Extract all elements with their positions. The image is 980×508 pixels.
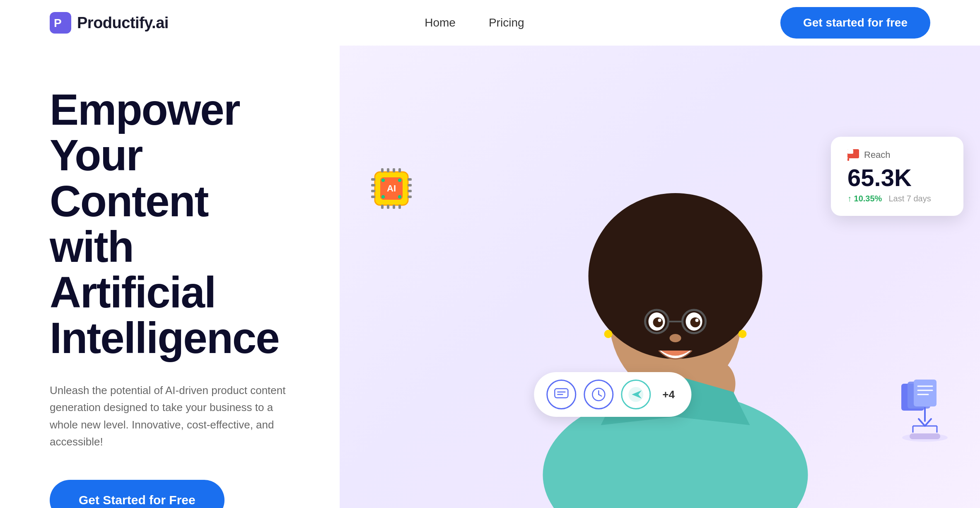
icon-bubble-1 [546,380,576,409]
svg-rect-19 [408,190,412,192]
svg-point-38 [670,334,681,342]
svg-rect-18 [408,184,412,186]
svg-point-31 [653,317,663,327]
svg-rect-12 [398,205,401,209]
reach-period: Last 7 days [888,194,931,203]
logo-text: Productify.ai [77,14,169,32]
svg-rect-7 [393,168,395,172]
reach-value: 65.3K [847,166,947,190]
reach-label: Reach [847,149,947,161]
svg-rect-5 [381,168,384,172]
nav-home[interactable]: Home [425,16,456,29]
svg-rect-17 [408,178,412,181]
icon-bubble-2 [584,380,613,409]
logo-area: P Productify.ai [50,12,169,34]
nav-pricing[interactable]: Pricing [489,16,524,29]
svg-point-34 [695,319,699,322]
svg-point-32 [690,317,700,327]
person-image [520,127,831,508]
icons-row: +4 [534,372,691,417]
header: P Productify.ai Home Pricing Get started… [0,0,980,46]
hero-title: Empower Your Content with Artificial Int… [50,87,290,361]
svg-point-39 [604,330,613,338]
main-content: Empower Your Content with Artificial Int… [0,46,980,508]
chat-icon [553,386,570,403]
logo-icon: P [50,12,71,34]
plus-count: +4 [658,388,679,401]
svg-text:AI: AI [387,183,396,194]
ai-chip-icon: AI [364,162,418,215]
send-icon [628,386,644,403]
left-section: Empower Your Content with Artificial Int… [0,46,340,508]
reach-stats: ↑ 10.35% Last 7 days [847,194,947,203]
svg-rect-64 [910,433,940,439]
svg-point-33 [658,319,661,322]
clock-icon [590,386,607,403]
svg-line-50 [599,394,601,396]
svg-rect-45 [555,389,568,398]
svg-text:P: P [54,17,62,29]
nav-cta-button[interactable]: Get started for free [780,7,930,39]
svg-point-23 [381,195,385,198]
reach-card: Reach 65.3K ↑ 10.35% Last 7 days [831,137,963,216]
reach-change: ↑ 10.35% [847,194,882,203]
svg-rect-8 [398,168,401,172]
svg-rect-15 [371,190,375,192]
hero-cta-button[interactable]: Get Started for Free [50,480,224,508]
hero-subtitle: Unleash the potential of AI-driven produ… [50,382,290,451]
svg-rect-13 [371,178,375,181]
icon-bubble-3 [621,380,651,409]
svg-rect-54 [914,380,937,406]
right-section: AI [340,46,980,508]
svg-point-24 [398,195,401,198]
svg-rect-10 [387,205,389,209]
reach-flag-icon [847,149,859,161]
data-flow-icon [897,380,955,433]
svg-rect-43 [847,149,853,154]
svg-point-21 [381,179,385,182]
svg-rect-6 [387,168,389,172]
svg-point-22 [398,179,401,182]
svg-rect-20 [408,196,412,198]
svg-point-40 [739,330,747,338]
svg-rect-14 [371,184,375,186]
svg-rect-44 [847,158,849,161]
nav-links: Home Pricing [425,16,524,29]
svg-rect-11 [393,205,395,209]
svg-rect-16 [371,196,375,198]
svg-rect-9 [381,205,384,209]
